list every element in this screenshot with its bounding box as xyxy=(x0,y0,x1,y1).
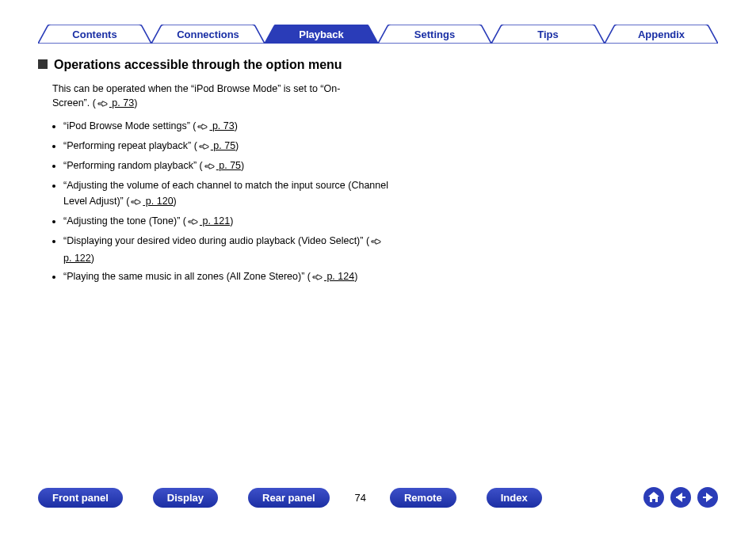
tab-connections[interactable]: Connections xyxy=(151,25,265,44)
op-pre: “iPod Browse Mode settings” ( xyxy=(63,120,196,131)
op-post: ) xyxy=(174,196,177,207)
op-page-link[interactable]: p. 122 xyxy=(63,253,91,264)
op-post: ) xyxy=(354,271,357,282)
op-page-link[interactable]: p. 120 xyxy=(143,196,173,207)
display-button[interactable]: Display xyxy=(153,488,218,508)
list-item: “Playing the same music in all zones (Al… xyxy=(63,268,393,286)
tab-appendix[interactable]: Appendix xyxy=(605,25,718,44)
pointing-hand-icon xyxy=(199,139,210,155)
content: Operations accessible through the option… xyxy=(38,57,518,288)
op-page-link[interactable]: p. 75 xyxy=(211,140,235,151)
op-page-link[interactable]: p. 73 xyxy=(209,120,234,131)
tab-playback[interactable]: Playback xyxy=(265,25,378,44)
tab-label: Settings xyxy=(378,25,491,44)
front-panel-button[interactable]: Front panel xyxy=(38,488,123,508)
op-page-link[interactable]: p. 75 xyxy=(216,160,241,171)
svg-rect-1 xyxy=(703,497,712,498)
intro-post: ) xyxy=(134,97,137,109)
list-item: “Performing random playback” ( p. 75) xyxy=(63,158,393,175)
list-item: “Performing repeat playback” ( p. 75) xyxy=(63,138,393,155)
prev-page-icon[interactable] xyxy=(670,487,691,508)
pointing-hand-icon xyxy=(312,270,323,286)
op-post: ) xyxy=(235,140,239,151)
op-post: ) xyxy=(241,160,244,171)
option-list: “iPod Browse Mode settings” ( p. 73)“Per… xyxy=(52,118,393,286)
pointing-hand-icon xyxy=(188,215,199,230)
list-item: “iPod Browse Mode settings” ( p. 73) xyxy=(63,118,393,135)
pointing-hand-icon xyxy=(131,195,142,211)
op-pre: “Adjusting the volume of each channel to… xyxy=(63,180,388,207)
pointing-hand-icon xyxy=(97,97,109,112)
pointing-hand-icon xyxy=(204,159,216,175)
section-heading: Operations accessible through the option… xyxy=(54,57,342,74)
bottom-bar: Front panel Display Rear panel 74 Remote… xyxy=(38,486,718,508)
list-item: “Adjusting the volume of each channel to… xyxy=(63,177,393,211)
top-tabs: ContentsConnectionsPlaybackSettingsTipsA… xyxy=(38,25,718,44)
op-pre: “Displaying your desired video during au… xyxy=(63,235,369,246)
page-number: 74 xyxy=(355,492,366,504)
svg-rect-0 xyxy=(676,497,685,498)
tab-label: Appendix xyxy=(605,25,718,44)
op-post: ) xyxy=(230,215,233,227)
index-button[interactable]: Index xyxy=(487,488,542,508)
tab-tips[interactable]: Tips xyxy=(491,25,605,44)
op-post: ) xyxy=(91,253,94,264)
tab-contents[interactable]: Contents xyxy=(38,25,151,44)
pointing-hand-icon xyxy=(197,120,208,135)
pointing-hand-icon xyxy=(371,234,382,250)
tab-label: Connections xyxy=(151,25,265,44)
list-item: “Displaying your desired video during au… xyxy=(63,233,393,266)
op-pre: “Adjusting the tone (Tone)” ( xyxy=(63,215,186,227)
list-item: “Adjusting the tone (Tone)” ( p. 121) xyxy=(63,213,393,230)
rear-panel-button[interactable]: Rear panel xyxy=(248,488,329,508)
heading-bullet xyxy=(38,59,48,69)
op-pre: “Performing random playback” ( xyxy=(63,160,203,171)
tab-settings[interactable]: Settings xyxy=(378,25,491,44)
intro-page-link[interactable]: p. 73 xyxy=(109,97,134,109)
intro-pre: This can be operated when the “iPod Brow… xyxy=(52,83,340,109)
op-post: ) xyxy=(235,120,238,131)
op-page-link[interactable]: p. 121 xyxy=(200,215,230,227)
tab-label: Contents xyxy=(38,25,151,44)
home-icon[interactable] xyxy=(643,487,664,508)
next-page-icon[interactable] xyxy=(697,487,718,508)
intro-text: This can be operated when the “iPod Brow… xyxy=(52,82,369,112)
tab-label: Tips xyxy=(491,25,605,44)
op-page-link[interactable]: p. 124 xyxy=(324,271,354,282)
op-pre: “Performing repeat playback” ( xyxy=(63,140,197,151)
op-pre: “Playing the same music in all zones (Al… xyxy=(63,271,311,282)
tab-label: Playback xyxy=(265,25,378,44)
remote-button[interactable]: Remote xyxy=(390,488,456,508)
